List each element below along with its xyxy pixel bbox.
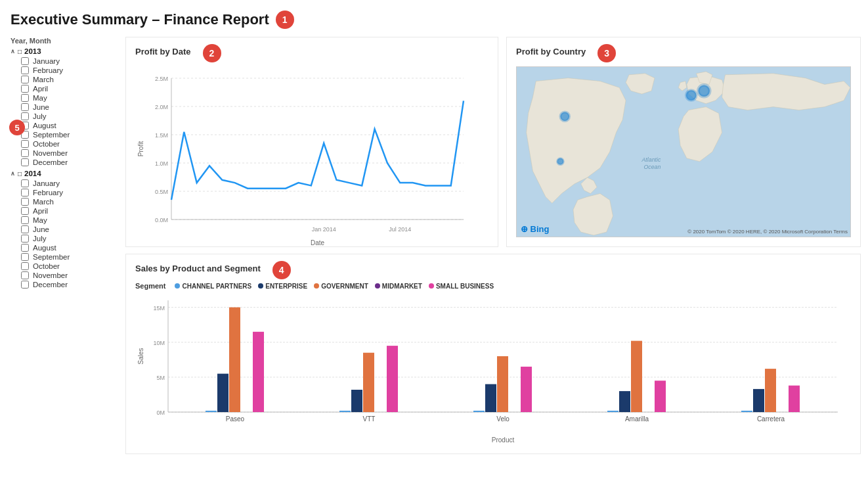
month-checkbox-june[interactable] (21, 103, 29, 111)
month-checkbox-january[interactable] (21, 179, 29, 187)
month-row-april[interactable]: April (11, 84, 119, 93)
segment-label: Segment (135, 282, 165, 290)
month-checkbox-october[interactable] (21, 262, 29, 270)
month-label: August (33, 122, 56, 129)
svg-rect-39 (229, 308, 240, 412)
svg-text:1.0M: 1.0M (155, 160, 168, 167)
svg-rect-60 (789, 386, 800, 412)
month-row-march[interactable]: March (11, 75, 119, 84)
month-row-august[interactable]: August (11, 121, 119, 130)
month-row-june[interactable]: June (11, 225, 119, 234)
month-row-april[interactable]: April (11, 206, 119, 216)
svg-text:Sales: Sales (137, 348, 144, 364)
month-row-july[interactable]: July (11, 112, 119, 121)
month-checkbox-november[interactable] (21, 271, 29, 279)
month-label: December (33, 281, 68, 289)
svg-text:Ocean: Ocean (643, 164, 661, 170)
month-checkbox-august[interactable] (21, 244, 29, 252)
legend-dot-sb (429, 283, 434, 289)
svg-point-23 (698, 85, 710, 97)
svg-point-22 (557, 158, 564, 165)
month-checkbox-september[interactable] (21, 253, 29, 261)
svg-text:Profit: Profit (137, 141, 144, 157)
svg-rect-52 (607, 411, 618, 412)
month-checkbox-april[interactable] (21, 207, 29, 215)
profit-chart-title: Profit by Date (135, 47, 191, 57)
month-checkbox-july[interactable] (21, 235, 29, 243)
month-row-december[interactable]: December (11, 280, 119, 289)
month-checkbox-june[interactable] (21, 225, 29, 233)
month-row-february[interactable]: February (11, 66, 119, 75)
page-header: Executive Summary – Finance Report 1 (11, 11, 857, 29)
month-label: June (33, 103, 49, 111)
legend-dot-cp (175, 283, 180, 289)
month-label: February (33, 189, 63, 197)
month-checkbox-april[interactable] (21, 85, 29, 93)
month-checkbox-march[interactable] (21, 76, 29, 83)
month-label: September (33, 131, 70, 139)
month-label: March (33, 76, 54, 83)
month-row-january[interactable]: January (11, 57, 119, 66)
month-row-august[interactable]: August (11, 243, 119, 252)
month-checkbox-february[interactable] (21, 66, 29, 74)
month-checkbox-may[interactable] (21, 216, 29, 224)
bar-chart-svg: 0M5M10M15MSalesProductPaseoVTTVeloAmaril… (135, 294, 851, 445)
month-checkbox-may[interactable] (21, 94, 29, 102)
legend-label-cp: CHANNEL PARTNERS (182, 283, 251, 290)
svg-rect-53 (619, 391, 630, 412)
month-row-march[interactable]: March (11, 197, 119, 206)
month-checkbox-january[interactable] (21, 57, 29, 65)
bar-chart-badge: 4 (272, 261, 291, 279)
svg-text:Paseo: Paseo (226, 415, 245, 423)
month-row-november[interactable]: November (11, 149, 119, 158)
svg-point-24 (686, 90, 697, 101)
month-row-september[interactable]: September (11, 130, 119, 139)
month-row-january[interactable]: January (11, 179, 119, 188)
profit-by-country-card: Profit by Country 3 (506, 37, 861, 247)
month-checkbox-november[interactable] (21, 149, 29, 157)
month-checkbox-february[interactable] (21, 189, 29, 197)
bing-logo: ⊕ Bing (521, 224, 550, 234)
month-label: March (33, 198, 54, 206)
year-row-2014[interactable]: ∧□2014 (11, 170, 119, 177)
bar-chart-legend: Segment CHANNEL PARTNERS ENTERPRISE GOVE… (135, 282, 851, 290)
svg-text:0M: 0M (156, 409, 165, 416)
month-row-february[interactable]: February (11, 188, 119, 197)
profit-chart-badge: 2 (203, 44, 221, 62)
svg-text:10M: 10M (153, 340, 165, 346)
year-row-2013[interactable]: ∧□2013 (11, 47, 119, 55)
month-checkbox-march[interactable] (21, 198, 29, 206)
month-row-june[interactable]: June (11, 103, 119, 112)
month-row-may[interactable]: May (11, 216, 119, 225)
month-row-december[interactable]: December (11, 158, 119, 167)
svg-rect-43 (351, 390, 362, 412)
svg-rect-49 (497, 356, 508, 412)
year-group-2014: ∧□2014JanuaryFebruaryMarchAprilMayJuneJu… (11, 170, 119, 289)
legend-small-business: SMALL BUSINESS (429, 283, 494, 290)
month-row-july[interactable]: July (11, 234, 119, 243)
main-content: Profit by Date 2 0.0M0.5M1.0M1.5M2.0M2.5… (125, 37, 861, 476)
legend-dot-mid (375, 283, 380, 289)
chevron-icon: ∧ (11, 170, 15, 177)
year-label: 2013 (24, 47, 41, 55)
month-row-september[interactable]: September (11, 252, 119, 262)
map-container: Atlantic Ocean ⊕ Bing (516, 66, 851, 237)
month-label: July (33, 235, 46, 243)
svg-rect-44 (363, 353, 374, 412)
month-checkbox-december[interactable] (21, 158, 29, 166)
month-label: July (33, 112, 46, 120)
month-checkbox-december[interactable] (21, 281, 29, 289)
filter-badge: 5 (9, 120, 25, 135)
month-row-october[interactable]: October (11, 139, 119, 149)
profit-by-date-card: Profit by Date 2 0.0M0.5M1.0M1.5M2.0M2.5… (125, 37, 498, 247)
month-row-october[interactable]: October (11, 262, 119, 271)
year-label: 2014 (24, 170, 41, 177)
legend-channel-partners: CHANNEL PARTNERS (175, 283, 251, 290)
month-row-may[interactable]: May (11, 93, 119, 103)
month-checkbox-october[interactable] (21, 140, 29, 148)
svg-text:0.0M: 0.0M (155, 217, 168, 223)
sidebar-label: Year, Month (11, 37, 119, 45)
legend-label-gov: GOVERNMENT (321, 283, 368, 290)
month-label: April (33, 207, 48, 215)
month-row-november[interactable]: November (11, 271, 119, 280)
